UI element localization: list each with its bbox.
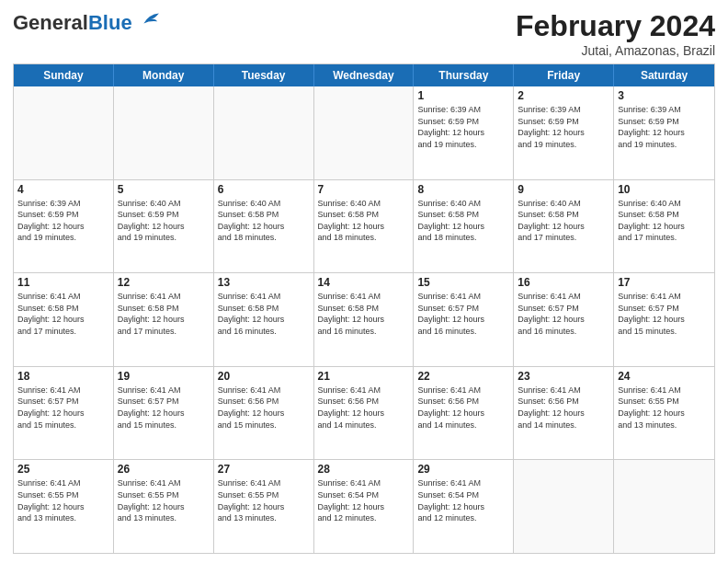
day-cell-26: 26Sunrise: 6:41 AM Sunset: 6:55 PM Dayli… bbox=[114, 460, 214, 553]
day-number: 10 bbox=[618, 183, 711, 196]
day-info: Sunrise: 6:39 AM Sunset: 6:59 PM Dayligh… bbox=[518, 104, 609, 150]
day-number: 19 bbox=[118, 370, 210, 383]
day-info: Sunrise: 6:41 AM Sunset: 6:55 PM Dayligh… bbox=[17, 477, 109, 523]
day-cell-25: 25Sunrise: 6:41 AM Sunset: 6:55 PM Dayli… bbox=[14, 460, 114, 553]
day-cell-2: 2Sunrise: 6:39 AM Sunset: 6:59 PM Daylig… bbox=[514, 86, 614, 179]
location: Jutai, Amazonas, Brazil bbox=[516, 43, 715, 58]
weekday-header-thursday: Thursday bbox=[414, 64, 514, 86]
day-cell-28: 28Sunrise: 6:41 AM Sunset: 6:54 PM Dayli… bbox=[314, 460, 415, 553]
day-cell-5: 5Sunrise: 6:40 AM Sunset: 6:59 PM Daylig… bbox=[114, 180, 214, 273]
day-info: Sunrise: 6:41 AM Sunset: 6:58 PM Dayligh… bbox=[318, 291, 410, 337]
day-cell-20: 20Sunrise: 6:41 AM Sunset: 6:56 PM Dayli… bbox=[214, 367, 314, 460]
weekday-header-sunday: Sunday bbox=[14, 64, 114, 86]
day-info: Sunrise: 6:41 AM Sunset: 6:56 PM Dayligh… bbox=[417, 385, 509, 431]
title-block: February 2024 Jutai, Amazonas, Brazil bbox=[516, 9, 715, 58]
day-info: Sunrise: 6:41 AM Sunset: 6:57 PM Dayligh… bbox=[618, 291, 711, 337]
day-cell-22: 22Sunrise: 6:41 AM Sunset: 6:56 PM Dayli… bbox=[414, 367, 514, 460]
day-info: Sunrise: 6:39 AM Sunset: 6:59 PM Dayligh… bbox=[417, 104, 509, 150]
day-info: Sunrise: 6:41 AM Sunset: 6:55 PM Dayligh… bbox=[618, 385, 711, 431]
weekday-header-friday: Friday bbox=[514, 64, 614, 86]
day-info: Sunrise: 6:41 AM Sunset: 6:58 PM Dayligh… bbox=[118, 291, 210, 337]
calendar-row-4: 25Sunrise: 6:41 AM Sunset: 6:55 PM Dayli… bbox=[14, 459, 714, 553]
day-info: Sunrise: 6:39 AM Sunset: 6:59 PM Dayligh… bbox=[17, 198, 109, 244]
day-info: Sunrise: 6:40 AM Sunset: 6:58 PM Dayligh… bbox=[218, 198, 310, 244]
day-number: 21 bbox=[318, 370, 410, 383]
day-cell-12: 12Sunrise: 6:41 AM Sunset: 6:58 PM Dayli… bbox=[114, 273, 214, 366]
day-number: 16 bbox=[518, 276, 609, 289]
day-number: 26 bbox=[118, 463, 210, 476]
day-cell-7: 7Sunrise: 6:40 AM Sunset: 6:58 PM Daylig… bbox=[314, 180, 415, 273]
day-cell-8: 8Sunrise: 6:40 AM Sunset: 6:58 PM Daylig… bbox=[414, 180, 514, 273]
empty-cell-0-2 bbox=[214, 86, 314, 179]
calendar-row-3: 18Sunrise: 6:41 AM Sunset: 6:57 PM Dayli… bbox=[14, 366, 714, 460]
day-number: 12 bbox=[118, 276, 210, 289]
weekday-header-wednesday: Wednesday bbox=[314, 64, 415, 86]
day-info: Sunrise: 6:41 AM Sunset: 6:55 PM Dayligh… bbox=[218, 477, 310, 523]
calendar-row-2: 11Sunrise: 6:41 AM Sunset: 6:58 PM Dayli… bbox=[14, 272, 714, 366]
day-info: Sunrise: 6:41 AM Sunset: 6:54 PM Dayligh… bbox=[318, 477, 410, 523]
day-number: 15 bbox=[417, 276, 509, 289]
day-cell-9: 9Sunrise: 6:40 AM Sunset: 6:58 PM Daylig… bbox=[514, 180, 614, 273]
calendar-header-row: SundayMondayTuesdayWednesdayThursdayFrid… bbox=[14, 64, 714, 86]
day-info: Sunrise: 6:41 AM Sunset: 6:57 PM Dayligh… bbox=[417, 291, 509, 337]
day-info: Sunrise: 6:40 AM Sunset: 6:58 PM Dayligh… bbox=[518, 198, 609, 244]
day-number: 14 bbox=[318, 276, 410, 289]
day-cell-24: 24Sunrise: 6:41 AM Sunset: 6:55 PM Dayli… bbox=[614, 367, 714, 460]
day-number: 8 bbox=[417, 183, 509, 196]
day-cell-4: 4Sunrise: 6:39 AM Sunset: 6:59 PM Daylig… bbox=[14, 180, 114, 273]
day-number: 4 bbox=[17, 183, 109, 196]
weekday-header-saturday: Saturday bbox=[614, 64, 714, 86]
day-number: 24 bbox=[618, 370, 711, 383]
calendar: SundayMondayTuesdayWednesdayThursdayFrid… bbox=[13, 63, 715, 554]
calendar-body: 1Sunrise: 6:39 AM Sunset: 6:59 PM Daylig… bbox=[14, 86, 714, 553]
day-number: 28 bbox=[318, 463, 410, 476]
day-cell-17: 17Sunrise: 6:41 AM Sunset: 6:57 PM Dayli… bbox=[614, 273, 714, 366]
empty-cell-0-0 bbox=[14, 86, 114, 179]
day-cell-23: 23Sunrise: 6:41 AM Sunset: 6:56 PM Dayli… bbox=[514, 367, 614, 460]
day-info: Sunrise: 6:41 AM Sunset: 6:56 PM Dayligh… bbox=[518, 385, 609, 431]
day-number: 29 bbox=[417, 463, 509, 476]
day-number: 7 bbox=[318, 183, 410, 196]
day-number: 5 bbox=[118, 183, 210, 196]
day-number: 23 bbox=[518, 370, 609, 383]
day-number: 1 bbox=[417, 89, 509, 102]
day-number: 3 bbox=[618, 89, 711, 102]
day-info: Sunrise: 6:41 AM Sunset: 6:58 PM Dayligh… bbox=[218, 291, 310, 337]
day-number: 20 bbox=[218, 370, 310, 383]
day-number: 2 bbox=[518, 89, 609, 102]
calendar-row-0: 1Sunrise: 6:39 AM Sunset: 6:59 PM Daylig… bbox=[14, 86, 714, 179]
day-cell-1: 1Sunrise: 6:39 AM Sunset: 6:59 PM Daylig… bbox=[414, 86, 514, 179]
day-cell-3: 3Sunrise: 6:39 AM Sunset: 6:59 PM Daylig… bbox=[614, 86, 714, 179]
day-cell-6: 6Sunrise: 6:40 AM Sunset: 6:58 PM Daylig… bbox=[214, 180, 314, 273]
calendar-row-1: 4Sunrise: 6:39 AM Sunset: 6:59 PM Daylig… bbox=[14, 179, 714, 273]
day-cell-29: 29Sunrise: 6:41 AM Sunset: 6:54 PM Dayli… bbox=[414, 460, 514, 553]
day-info: Sunrise: 6:40 AM Sunset: 6:58 PM Dayligh… bbox=[618, 198, 711, 244]
day-number: 17 bbox=[618, 276, 711, 289]
day-info: Sunrise: 6:41 AM Sunset: 6:57 PM Dayligh… bbox=[118, 385, 210, 431]
month-title: February 2024 bbox=[516, 9, 715, 43]
logo: GeneralBlue bbox=[13, 9, 160, 33]
day-cell-13: 13Sunrise: 6:41 AM Sunset: 6:58 PM Dayli… bbox=[214, 273, 314, 366]
day-number: 9 bbox=[518, 183, 609, 196]
empty-cell-0-3 bbox=[314, 86, 415, 179]
day-number: 25 bbox=[17, 463, 109, 476]
logo-general-text: General bbox=[13, 11, 88, 34]
day-number: 6 bbox=[218, 183, 310, 196]
header: GeneralBlue February 2024 Jutai, Amazona… bbox=[13, 9, 715, 58]
day-info: Sunrise: 6:41 AM Sunset: 6:54 PM Dayligh… bbox=[417, 477, 509, 523]
day-info: Sunrise: 6:41 AM Sunset: 6:55 PM Dayligh… bbox=[118, 477, 210, 523]
day-info: Sunrise: 6:41 AM Sunset: 6:58 PM Dayligh… bbox=[17, 291, 109, 337]
day-info: Sunrise: 6:41 AM Sunset: 6:57 PM Dayligh… bbox=[518, 291, 609, 337]
day-info: Sunrise: 6:41 AM Sunset: 6:57 PM Dayligh… bbox=[17, 385, 109, 431]
day-cell-27: 27Sunrise: 6:41 AM Sunset: 6:55 PM Dayli… bbox=[214, 460, 314, 553]
weekday-header-monday: Monday bbox=[114, 64, 214, 86]
day-number: 18 bbox=[17, 370, 109, 383]
day-cell-21: 21Sunrise: 6:41 AM Sunset: 6:56 PM Dayli… bbox=[314, 367, 415, 460]
day-info: Sunrise: 6:41 AM Sunset: 6:56 PM Dayligh… bbox=[218, 385, 310, 431]
day-info: Sunrise: 6:39 AM Sunset: 6:59 PM Dayligh… bbox=[618, 104, 711, 150]
weekday-header-tuesday: Tuesday bbox=[214, 64, 314, 86]
empty-cell-0-1 bbox=[114, 86, 214, 179]
day-cell-18: 18Sunrise: 6:41 AM Sunset: 6:57 PM Dayli… bbox=[14, 367, 114, 460]
day-number: 27 bbox=[218, 463, 310, 476]
empty-cell-4-5 bbox=[514, 460, 614, 553]
